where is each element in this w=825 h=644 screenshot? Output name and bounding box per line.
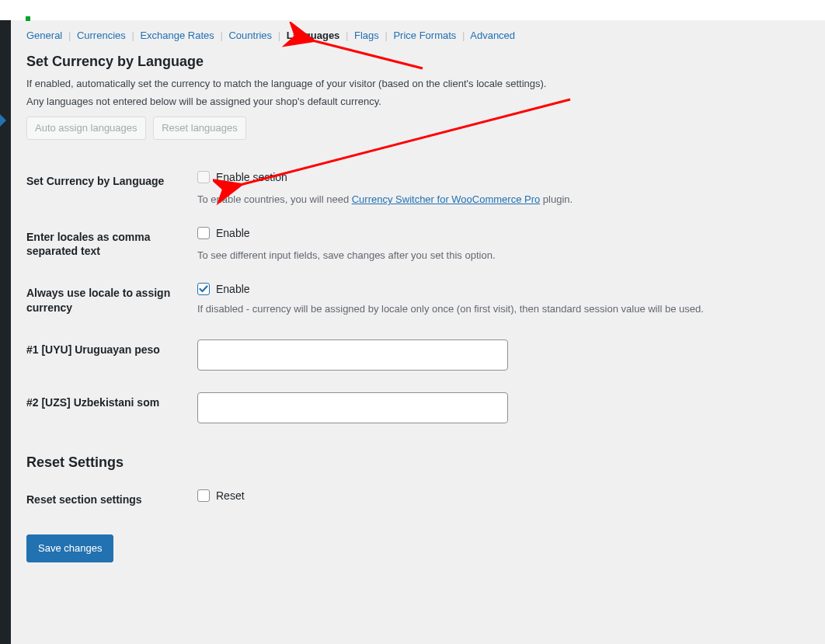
section-description-1: If enabled, automatically set the curren… bbox=[26, 78, 809, 89]
always-locale-subtext: If disabled - currency will be assigned … bbox=[197, 303, 802, 315]
checkbox-icon bbox=[197, 489, 210, 502]
tab-separator: | bbox=[343, 30, 351, 41]
comma-locales-subtext: To see different input fields, save chan… bbox=[197, 249, 802, 261]
tab-advanced[interactable]: Advanced bbox=[470, 30, 515, 41]
pro-plugin-link[interactable]: Currency Switcher for WooCommerce Pro bbox=[352, 193, 541, 205]
checkbox-icon bbox=[197, 171, 210, 183]
tab-separator: | bbox=[217, 30, 225, 41]
section-description-2: Any languages not entered below will be … bbox=[26, 96, 809, 107]
admin-sidebar bbox=[0, 0, 11, 644]
tab-currencies[interactable]: Currencies bbox=[77, 30, 126, 41]
tab-countries[interactable]: Countries bbox=[228, 30, 272, 41]
tab-separator: | bbox=[381, 30, 390, 41]
sidebar-flyout-indicator bbox=[0, 114, 6, 127]
tab-price-formats[interactable]: Price Formats bbox=[393, 30, 456, 41]
field-label-always-locale: Always use locale to assign currency bbox=[26, 272, 197, 328]
save-changes-button[interactable]: Save changes bbox=[26, 534, 113, 562]
always-locale-checkbox[interactable]: Enable bbox=[197, 283, 250, 295]
tab-separator: | bbox=[275, 30, 284, 41]
tab-separator: | bbox=[459, 30, 468, 41]
currency-1-input[interactable] bbox=[197, 339, 508, 371]
currency-2-input[interactable] bbox=[197, 392, 508, 423]
sub-tabs: General | Currencies | Exchange Rates | … bbox=[26, 30, 809, 41]
reset-form: Reset section settings Reset bbox=[26, 479, 809, 520]
reset-section-title: Reset Settings bbox=[26, 454, 809, 471]
button-row: Auto assign languages Reset languages bbox=[26, 117, 809, 140]
comma-locales-checkbox[interactable]: Enable bbox=[197, 227, 250, 239]
checkbox-checked-icon bbox=[197, 283, 210, 295]
field-label-reset-section: Reset section settings bbox=[26, 479, 197, 520]
checkbox-icon bbox=[197, 227, 210, 239]
field-label-enable-section: Set Currency by Language bbox=[26, 160, 197, 216]
tab-exchange-rates[interactable]: Exchange Rates bbox=[140, 30, 214, 41]
checkbox-label-text: Reset bbox=[216, 489, 245, 502]
field-label-currency-1: #1 [UYU] Uruguayan peso bbox=[26, 329, 197, 381]
field-label-currency-2: #2 [UZS] Uzbekistani som bbox=[26, 381, 197, 434]
reset-languages-button[interactable]: Reset languages bbox=[153, 117, 246, 140]
field-label-comma-locales: Enter locales as comma separated text bbox=[26, 216, 197, 272]
reset-section-checkbox[interactable]: Reset bbox=[197, 489, 245, 502]
enable-section-subtext: To enable countries, you will need Curre… bbox=[197, 193, 802, 205]
settings-page: General | Currencies | Exchange Rates | … bbox=[11, 0, 825, 644]
checkbox-label-text: Enable bbox=[216, 283, 250, 295]
tab-general[interactable]: General bbox=[26, 30, 62, 41]
green-accent-dot bbox=[26, 16, 30, 21]
tab-separator: | bbox=[65, 30, 74, 41]
enable-section-checkbox[interactable]: Enable section bbox=[197, 171, 287, 183]
tab-flags[interactable]: Flags bbox=[354, 30, 379, 41]
section-title: Set Currency by Language bbox=[26, 54, 809, 70]
auto-assign-languages-button[interactable]: Auto assign languages bbox=[26, 117, 146, 140]
tab-separator: | bbox=[128, 30, 137, 41]
checkbox-label-text: Enable section bbox=[216, 171, 287, 183]
checkbox-label-text: Enable bbox=[216, 227, 250, 239]
settings-form: Set Currency by Language Enable section … bbox=[26, 160, 809, 434]
top-white-strip bbox=[0, 0, 825, 20]
tab-languages[interactable]: Languages bbox=[287, 30, 340, 41]
